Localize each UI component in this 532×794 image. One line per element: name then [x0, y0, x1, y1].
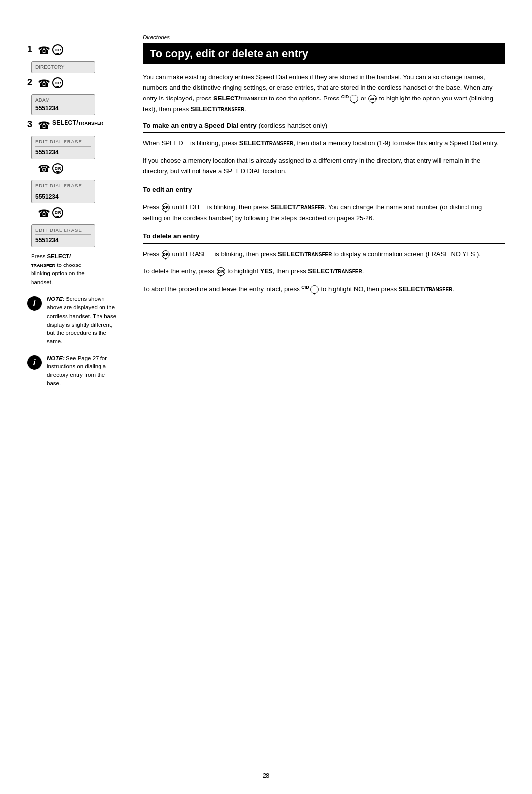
delete-body-1: Press DIR until ERASE is blinking, then … [143, 249, 505, 259]
page-number: 28 [263, 772, 269, 779]
step-3-handset-icon: ☎ [38, 119, 50, 131]
inline-dir-icon-delete2: DIR [217, 267, 225, 276]
corner-mark-tl [7, 7, 16, 16]
inline-cid-icon-delete [310, 285, 319, 294]
step-5: ☎ DIR [27, 207, 118, 219]
main-heading: To copy, edit or delete an entry [143, 43, 505, 64]
step-2: 2 ☎ DIR [27, 77, 118, 89]
subsection-heading-speed-dial: To make an entry a Speed Dial entry (cor… [143, 121, 505, 133]
lcd-screen-5: EDIT DIAL ERASE 5551234 [31, 224, 95, 247]
inline-dir-icon-delete: DIR [162, 250, 170, 259]
lcd-2-row2: 5551234 [35, 104, 91, 113]
step-1-handset-icon: ☎ [38, 44, 50, 56]
step-3-number: 3 [27, 119, 35, 130]
press-select-note: Press SELECT/ TRANSFER to chooseblinking… [31, 252, 118, 287]
subsection-heading-edit: To edit an entry [143, 185, 505, 197]
step-1-number: 1 [27, 44, 35, 55]
step-4-handset-icon: ☎ [38, 163, 50, 175]
subsection-heading-delete: To delete an entry [143, 232, 505, 244]
info-icon-1: i [27, 296, 42, 311]
lcd-1-row1: DIRECTORY [35, 64, 91, 71]
inline-dir-icon-intro: DIR [368, 95, 377, 103]
lcd-3-row2: 5551234 [35, 148, 91, 157]
lcd-screen-3: EDIT DIAL ERASE 5551234 [31, 136, 95, 159]
step-1: 1 ☎ DIR [27, 44, 118, 56]
dir-button-5: DIR [52, 207, 63, 218]
note-text-1: NOTE: Screens shown above are displayed … [47, 295, 118, 346]
speed-dial-body-2: If you choose a memory location that is … [143, 155, 505, 176]
subsection-delete: To delete an entry Press DIR until ERASE… [143, 232, 505, 295]
lcd-screen-4: EDIT DIAL ERASE 5551234 [31, 180, 95, 203]
intro-paragraph: You can make existing directory entries … [143, 72, 505, 114]
corner-mark-bl [7, 778, 16, 787]
lcd-3-menu: EDIT DIAL ERASE [35, 138, 91, 147]
subsection-edit: To edit an entry Press DIR until EDIT is… [143, 185, 505, 223]
edit-body: Press DIR until EDIT is blinking, then p… [143, 202, 505, 223]
page: 1 ☎ DIR DIRECTORY 2 ☎ DIR ADAM 5551234 3… [0, 0, 532, 794]
delete-body-3: To abort the procedure and leave the ent… [143, 284, 505, 295]
step-4: ☎ DIR [27, 163, 118, 175]
lcd-screen-2: ADAM 5551234 [31, 94, 95, 115]
speed-dial-body-1: When SPEED is blinking, press SELECT/TRA… [143, 138, 505, 148]
delete-body-2: To delete the entry, press DIR to highli… [143, 266, 505, 276]
dir-button-1: DIR [52, 44, 63, 55]
step-3: 3 ☎ SELECT/TRANSFER [27, 119, 118, 131]
lcd-5-menu: EDIT DIAL ERASE [35, 227, 91, 235]
step-2-handset-icon: ☎ [38, 77, 50, 89]
step-5-handset-icon: ☎ [38, 207, 50, 219]
dir-button-2: DIR [52, 77, 63, 88]
select-transfer-label-3: SELECT/TRANSFER [52, 119, 103, 127]
step-2-number: 2 [27, 77, 35, 88]
lcd-screen-1: DIRECTORY [31, 61, 95, 73]
note-box-1: i NOTE: Screens shown above are displaye… [27, 295, 118, 346]
lcd-5-row2: 5551234 [35, 236, 91, 245]
right-column: Directories To copy, edit or delete an e… [128, 20, 532, 774]
inline-cid-icon [350, 95, 358, 103]
lcd-2-row1: ADAM [35, 97, 91, 104]
subsection-speed-dial: To make an entry a Speed Dial entry (cor… [143, 121, 505, 176]
note-box-2: i NOTE: See Page 27 for instructions on … [27, 354, 118, 388]
lcd-4-row2: 5551234 [35, 192, 91, 201]
corner-mark-br [516, 778, 525, 787]
left-column: 1 ☎ DIR DIRECTORY 2 ☎ DIR ADAM 5551234 3… [0, 20, 128, 774]
note-text-2: NOTE: See Page 27 for instructions on di… [47, 354, 118, 388]
inline-dir-icon-edit: DIR [162, 203, 170, 212]
dir-button-4: DIR [52, 163, 63, 174]
corner-mark-tr [516, 7, 525, 16]
section-label: Directories [143, 34, 505, 40]
info-icon-2: i [27, 355, 42, 370]
lcd-4-menu: EDIT DIAL ERASE [35, 182, 91, 191]
